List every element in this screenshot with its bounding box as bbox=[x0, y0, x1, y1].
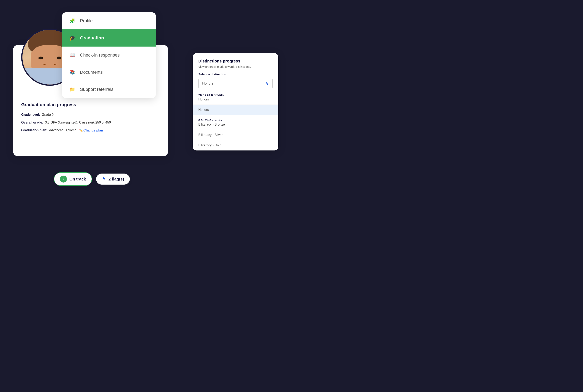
dropdown-item-biliteracy-bronze[interactable]: 0.0 / 24.0 credits Biliteracy - Bronze bbox=[193, 115, 278, 130]
nav-item-graduation[interactable]: 🎓 Graduation bbox=[62, 30, 156, 46]
graduation-progress-title: Graduation plan progress bbox=[21, 102, 160, 108]
nav-item-profile[interactable]: 🧩 Profile bbox=[62, 12, 156, 30]
overall-grade-label: Overall grade: bbox=[21, 121, 43, 124]
grade-level-line: Grade level: Grade 9 bbox=[21, 112, 160, 117]
distinctions-subtitle: View progress made towards distinctions. bbox=[198, 65, 273, 68]
biliteracy-silver-name: Biliteracy - Silver bbox=[198, 133, 273, 137]
honors-name: Honors bbox=[198, 98, 273, 101]
folder-icon: 📁 bbox=[68, 86, 76, 93]
dropdown-item-honors[interactable]: 20.0 / 24.0 credits Honors bbox=[193, 90, 278, 105]
dropdown-item-biliteracy-silver[interactable]: Biliteracy - Silver bbox=[193, 130, 278, 140]
biliteracy-bronze-name: Biliteracy - Bronze bbox=[198, 123, 273, 126]
nav-item-checkin[interactable]: 📖 Check-in responses bbox=[62, 46, 156, 64]
nav-item-graduation-label: Graduation bbox=[80, 35, 104, 41]
flag-icon: ⚑ bbox=[102, 176, 106, 182]
check-circle-icon: ✓ bbox=[60, 176, 67, 182]
grade-level-label: Grade level: bbox=[21, 113, 40, 116]
distinction-selected-value: Honors bbox=[202, 82, 213, 86]
dropdown-item-biliteracy-gold[interactable]: Biliteracy - Gold bbox=[193, 140, 278, 150]
on-track-badge: ✓ On track bbox=[54, 172, 92, 186]
graduation-plan-line: Graduation plan: Advanced Diploma ✏️ Cha… bbox=[21, 128, 160, 133]
documents-icon: 📚 bbox=[68, 68, 76, 76]
overall-grade-line: Overall grade: 3.5 GPA (Unweighted), Cla… bbox=[21, 120, 160, 125]
overall-grade-value: 3.5 GPA (Unweighted), Class rank 250 of … bbox=[45, 121, 111, 124]
nav-item-documents-label: Documents bbox=[80, 70, 103, 75]
status-bar: ✓ On track ⚑ 2 flag(s) bbox=[54, 172, 130, 186]
biliteracy-bronze-credits: 0.0 / 24.0 credits bbox=[198, 118, 273, 122]
select-distinction-label: Select a distinction: bbox=[198, 72, 273, 76]
distinction-dropdown[interactable]: Honors ∨ bbox=[198, 78, 273, 89]
honors-selected-name: Honors bbox=[198, 108, 273, 112]
book-icon: 📖 bbox=[68, 52, 76, 59]
flags-badge: ⚑ 2 flag(s) bbox=[96, 174, 130, 184]
pencil-icon: ✏️ bbox=[79, 128, 83, 132]
biliteracy-gold-name: Biliteracy - Gold bbox=[198, 144, 273, 147]
nav-item-support-label: Support referrals bbox=[80, 87, 113, 92]
change-plan-button[interactable]: ✏️ Change plan bbox=[79, 128, 103, 133]
graduation-plan-label: Graduation plan: bbox=[21, 128, 47, 132]
nav-item-profile-label: Profile bbox=[80, 18, 93, 24]
puzzle-icon: 🧩 bbox=[68, 17, 76, 24]
distinctions-title: Distinctions progress bbox=[198, 59, 273, 64]
graduation-icon: 🎓 bbox=[68, 34, 76, 42]
graduation-plan-value: Advanced Diploma bbox=[49, 128, 76, 132]
dropdown-item-honors-selected[interactable]: Honors bbox=[193, 105, 278, 115]
on-track-label: On track bbox=[69, 177, 86, 182]
flags-label: 2 flag(s) bbox=[108, 177, 124, 182]
nav-item-support[interactable]: 📁 Support referrals bbox=[62, 81, 156, 98]
honors-credits: 20.0 / 24.0 credits bbox=[198, 93, 273, 97]
nav-item-checkin-label: Check-in responses bbox=[80, 52, 120, 58]
change-plan-label: Change plan bbox=[83, 128, 103, 133]
distinctions-panel: Distinctions progress View progress made… bbox=[193, 53, 278, 150]
chevron-down-icon: ∨ bbox=[266, 81, 269, 86]
nav-menu: 🧩 Profile 🎓 Graduation 📖 Check-in respon… bbox=[62, 12, 156, 98]
nav-item-documents[interactable]: 📚 Documents bbox=[62, 64, 156, 81]
dropdown-list: 20.0 / 24.0 credits Honors Honors 0.0 / … bbox=[193, 90, 278, 150]
grade-level-value: Grade 9 bbox=[42, 113, 54, 116]
